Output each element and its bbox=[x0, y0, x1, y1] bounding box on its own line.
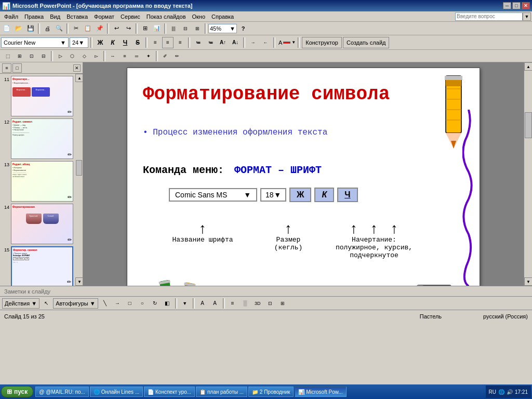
demo-italic-btn[interactable]: К bbox=[314, 188, 334, 202]
konstruktor-button[interactable]: Конструктор bbox=[302, 37, 342, 48]
draw-tool11[interactable]: ═ bbox=[131, 50, 142, 62]
right-scroll-down[interactable]: ▼ bbox=[524, 277, 532, 286]
minimize-button[interactable]: ─ bbox=[503, 2, 511, 9]
underline-button[interactable]: Ч bbox=[119, 37, 131, 48]
print-button[interactable]: 🖨 bbox=[42, 23, 53, 34]
line-tool[interactable]: ╲ bbox=[99, 298, 111, 309]
rect-tool[interactable]: □ bbox=[124, 298, 136, 309]
decrease-indent[interactable]: A↓ bbox=[230, 37, 241, 48]
paste-button[interactable]: 📌 bbox=[94, 23, 105, 34]
panel-icon2[interactable]: □ bbox=[12, 63, 22, 73]
font-name-selector[interactable]: Courier New▼ bbox=[1, 37, 69, 48]
group-btn[interactable]: ⊡ bbox=[264, 298, 276, 309]
taskbar-item-3[interactable]: 📋 план работы ... bbox=[196, 387, 247, 397]
more-indent[interactable]: → bbox=[247, 37, 259, 48]
panel-icon1[interactable]: ≡ bbox=[2, 63, 11, 73]
menu-tools[interactable]: Сервис bbox=[117, 12, 143, 21]
italic-button[interactable]: К bbox=[107, 37, 118, 48]
right-scroll-thumb[interactable] bbox=[525, 112, 532, 138]
numbering-button[interactable]: ≔ bbox=[205, 37, 216, 48]
scroll-down-arrow[interactable]: ▼ bbox=[75, 277, 83, 286]
tb-btn3[interactable]: ⊞ bbox=[192, 23, 203, 34]
font-color-arrow[interactable]: ▼ bbox=[291, 40, 296, 45]
menu-edit[interactable]: Правка bbox=[21, 12, 47, 21]
draw-tool7[interactable]: ◇ bbox=[78, 50, 90, 62]
insert-table[interactable]: ⊞ bbox=[139, 23, 151, 34]
save-button[interactable]: 💾 bbox=[25, 23, 36, 34]
draw-tool10[interactable]: ≡ bbox=[119, 50, 130, 62]
restore-button[interactable]: □ bbox=[512, 2, 521, 9]
help-input[interactable] bbox=[455, 12, 523, 21]
copy-button[interactable]: 📋 bbox=[82, 23, 94, 34]
slide-thumb-15[interactable]: 15 Форматир. символ • Процесс измен. Ком… bbox=[1, 246, 75, 286]
ungroup-btn[interactable]: ⊞ bbox=[277, 298, 288, 309]
scroll-up-arrow[interactable]: ▲ bbox=[75, 74, 83, 82]
demo-underline-btn[interactable]: Ч bbox=[337, 188, 357, 202]
right-scroll-up[interactable]: ▲ bbox=[524, 62, 532, 71]
taskbar-item-0[interactable]: @ @MAIL.RU: по... bbox=[35, 387, 89, 397]
3d-btn[interactable]: 3D bbox=[252, 298, 263, 309]
slide-image-14[interactable]: Форматирование Красный Синий ✏ bbox=[11, 204, 73, 244]
draw-tool9[interactable]: ↔ bbox=[107, 50, 118, 62]
taskbar-item-1[interactable]: 🌐 Онлайн Lines ... bbox=[90, 387, 143, 397]
less-indent[interactable]: ← bbox=[260, 37, 271, 48]
actions-button[interactable]: Действия ▼ bbox=[2, 298, 39, 309]
menu-view[interactable]: Вид bbox=[47, 12, 63, 21]
redo-button[interactable]: ↪ bbox=[123, 23, 134, 34]
right-scroll-track[interactable] bbox=[524, 71, 532, 277]
zoom-input[interactable]: 45%▼ bbox=[208, 24, 237, 33]
undo-button[interactable]: ↩ bbox=[111, 23, 122, 34]
menu-help[interactable]: Справка bbox=[208, 12, 237, 21]
rotate-tool[interactable]: ↻ bbox=[149, 298, 161, 309]
close-button[interactable]: ✕ bbox=[522, 2, 530, 9]
preview-button[interactable]: 🔍 bbox=[54, 23, 65, 34]
draw-tool3[interactable]: ⊡ bbox=[26, 50, 37, 62]
draw-cursor[interactable]: ↖ bbox=[41, 298, 52, 309]
slide-thumb-14[interactable]: 14 Форматирование Красный Синий ✏ bbox=[1, 204, 75, 244]
draw-tool14[interactable]: ✏ bbox=[171, 50, 183, 62]
slide-thumb-13[interactable]: 13 Редакт. абзац • Интервал• Выравнивани… bbox=[1, 161, 75, 202]
slide-image-15[interactable]: Форматир. символ • Процесс измен. Команд… bbox=[11, 246, 73, 286]
align-btn[interactable]: ≡ bbox=[227, 298, 238, 309]
draw-tool12[interactable]: ✦ bbox=[143, 50, 154, 62]
align-center[interactable]: ≡ bbox=[162, 37, 174, 48]
menu-format[interactable]: Формат bbox=[91, 12, 117, 21]
autoshapes-button[interactable]: Автофигуры ▼ bbox=[53, 298, 98, 309]
open-button[interactable]: 📂 bbox=[13, 23, 24, 34]
start-button[interactable]: ⊞ пуск bbox=[1, 386, 33, 397]
font-size-selector[interactable]: 24▼ bbox=[70, 37, 88, 48]
slide-thumb-12[interactable]: 12 Редакт. символ • Шрифт — вид• Размер … bbox=[1, 118, 75, 159]
slide-thumb-11[interactable]: 11 Форматиро... • Выравнивание... Выравн… bbox=[1, 76, 75, 116]
taskbar-item-2[interactable]: 📄 Конспект уро... bbox=[144, 387, 195, 397]
scroll-track[interactable] bbox=[75, 82, 83, 277]
draw-tool5[interactable]: ▷ bbox=[55, 50, 66, 62]
align-left[interactable]: ≡ bbox=[150, 37, 161, 48]
ellipse-tool[interactable]: ○ bbox=[137, 298, 148, 309]
help-search-button[interactable]: ▼ bbox=[523, 12, 531, 21]
scroll-thumb[interactable] bbox=[76, 160, 82, 176]
cut-button[interactable]: ✂ bbox=[70, 23, 82, 34]
right-scrollbar[interactable]: ▲ ▼ bbox=[524, 62, 532, 286]
text-tool[interactable]: A bbox=[209, 298, 221, 309]
tb-btn2[interactable]: ⊟ bbox=[180, 23, 191, 34]
menu-file[interactable]: Файл bbox=[1, 12, 21, 21]
panel-scrollbar[interactable]: ▲ ▼ bbox=[75, 74, 83, 286]
font-color-bar[interactable] bbox=[283, 42, 290, 44]
menu-slideshow[interactable]: Показ слайдов bbox=[143, 12, 189, 21]
arrow-tool[interactable]: → bbox=[112, 298, 123, 309]
demo-font-size[interactable]: 18▼ bbox=[260, 188, 286, 202]
sozdaty-button[interactable]: Создать слайд bbox=[343, 37, 389, 48]
insert-chart[interactable]: 📊 bbox=[151, 23, 163, 34]
menu-insert[interactable]: Вставка bbox=[63, 12, 91, 21]
draw-tool4[interactable]: ⊟ bbox=[38, 50, 49, 62]
draw-tool6[interactable]: ⬡ bbox=[66, 50, 78, 62]
demo-bold-btn[interactable]: Ж bbox=[289, 188, 311, 202]
new-button[interactable]: 📄 bbox=[1, 23, 12, 34]
fill-color-btn[interactable]: ▼ bbox=[179, 298, 191, 309]
taskbar-item-4[interactable]: 📁 2 Проводник bbox=[248, 387, 294, 397]
demo-font-name[interactable]: Comic Sans MS▼ bbox=[169, 188, 257, 202]
lang-indicator[interactable]: RU bbox=[489, 389, 496, 395]
strikethrough-button[interactable]: S bbox=[132, 37, 143, 48]
bold-button[interactable]: Ж bbox=[95, 37, 106, 48]
slide-image-11[interactable]: Форматиро... • Выравнивание... Выравни..… bbox=[11, 76, 73, 116]
